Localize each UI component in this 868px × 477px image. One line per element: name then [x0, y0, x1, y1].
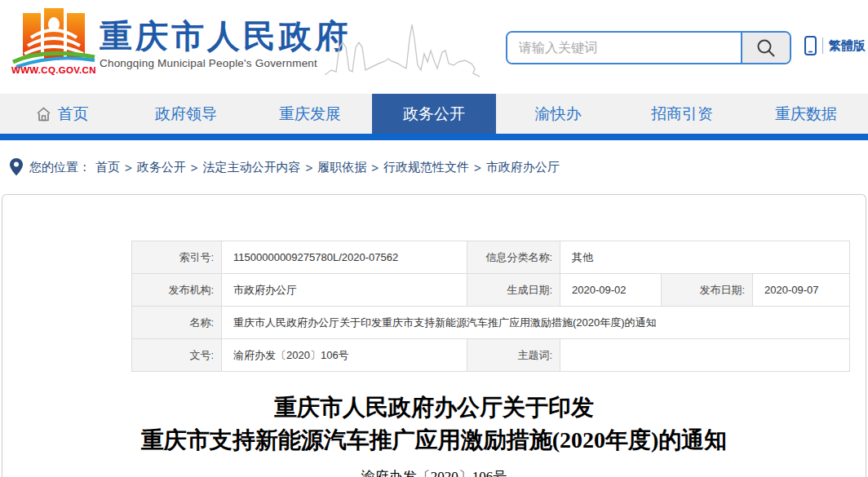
breadcrumb-item-gov-office[interactable]: 市政府办公厅: [486, 160, 560, 175]
document-title-line1: 重庆市人民政府办公厅关于印发: [2, 391, 866, 424]
keywords-label: 主题词:: [467, 339, 560, 372]
home-icon: [36, 107, 51, 121]
doc-name-label: 名称:: [132, 307, 222, 339]
publisher-label: 发布机构:: [132, 274, 222, 307]
nav-label: 渝快办: [535, 104, 582, 125]
table-row: 文号: 渝府办发〔2020〕106号 主题词:: [132, 339, 850, 372]
nav-item-chongqing-development[interactable]: 重庆发展: [248, 94, 372, 134]
document-meta-table: 索引号: 11500000009275780L/2020-07562 信息分类名…: [131, 241, 850, 372]
doc-number-value: 渝府办发〔2020〕106号: [222, 339, 467, 372]
site-title[interactable]: 重庆市人民政府: [100, 18, 351, 54]
breadcrumb-separator: >: [191, 161, 198, 174]
doc-number-label: 文号:: [132, 339, 222, 372]
divider: [822, 38, 823, 54]
breadcrumb-item-normative-docs[interactable]: 行政规范性文件: [383, 160, 469, 175]
breadcrumb-item-disclosure[interactable]: 政务公开: [137, 160, 186, 175]
category-label: 信息分类名称:: [467, 241, 560, 274]
table-row: 发布机构: 市政府办公厅 生成日期: 2020-09-02 发布日期: 2020…: [132, 274, 850, 307]
index-number-value: 11500000009275780L/2020-07562: [222, 241, 467, 274]
keywords-value: [560, 339, 850, 372]
search-icon: [755, 38, 777, 59]
nav-label: 重庆发展: [279, 104, 341, 125]
breadcrumb-separator: >: [474, 161, 481, 174]
category-value: 其他: [560, 241, 850, 274]
doc-name-value: 重庆市人民政府办公厅关于印发重庆市支持新能源汽车推广应用激励措施(2020年度)…: [222, 307, 850, 339]
create-date-value: 2020-09-02: [560, 274, 662, 307]
search-input[interactable]: [507, 33, 741, 63]
main-nav: 首页 政府领导 重庆发展 政务公开 渝快办 招商引资 重庆数据: [0, 94, 868, 134]
nav-accent-bar: [0, 134, 868, 140]
breadcrumb-item-home[interactable]: 首页: [95, 160, 120, 175]
content-card: 索引号: 11500000009275780L/2020-07562 信息分类名…: [2, 194, 866, 477]
mobile-icon[interactable]: [804, 36, 817, 55]
skyline-graphic: [325, 15, 480, 82]
breadcrumb-item-statutory-content[interactable]: 法定主动公开内容: [203, 160, 301, 175]
logo-site-url: WWW.CQ.GOV.CN: [11, 65, 101, 75]
nav-label: 首页: [58, 104, 89, 125]
language-block: 繁體版: [804, 36, 866, 55]
site-logo[interactable]: WWW.CQ.GOV.CN: [11, 7, 101, 75]
nav-item-yukuaiban[interactable]: 渝快办: [496, 94, 620, 134]
nav-item-investment[interactable]: 招商引资: [620, 94, 744, 134]
traditional-version-link[interactable]: 繁體版: [829, 38, 866, 54]
site-subtitle: Chongqing Municipal People's Government: [100, 57, 351, 69]
table-row: 名称: 重庆市人民政府办公厅关于印发重庆市支持新能源汽车推广应用激励措施(202…: [132, 307, 850, 339]
breadcrumb-separator: >: [371, 161, 379, 174]
nav-label: 政府领导: [155, 104, 217, 125]
search-button[interactable]: [741, 33, 790, 63]
breadcrumb-item-duty-basis[interactable]: 履职依据: [317, 160, 366, 175]
document-title-block: 重庆市人民政府办公厅关于印发 重庆市支持新能源汽车推广应用激励措施(2020年度…: [2, 391, 866, 477]
publisher-value: 市政府办公厅: [222, 274, 467, 307]
table-row: 索引号: 11500000009275780L/2020-07562 信息分类名…: [132, 241, 850, 274]
nav-item-gov-leaders[interactable]: 政府领导: [124, 94, 248, 134]
document-number: 渝府办发〔2020〕106号: [2, 467, 866, 477]
publish-date-value: 2020-09-07: [753, 274, 850, 307]
breadcrumb: 您的位置： 首页 > 政务公开 > 法定主动公开内容 > 履职依据 > 行政规范…: [0, 140, 868, 194]
page: WWW.CQ.GOV.CN 重庆市人民政府 Chongqing Municipa…: [0, 0, 868, 477]
breadcrumb-separator: >: [125, 161, 132, 174]
nav-label: 政务公开: [403, 104, 465, 125]
breadcrumb-prefix: 您的位置：: [29, 160, 91, 175]
create-date-label: 生成日期:: [467, 274, 560, 307]
nav-item-gov-info-disclosure[interactable]: 政务公开: [372, 94, 496, 134]
site-header: WWW.CQ.GOV.CN 重庆市人民政府 Chongqing Municipa…: [0, 0, 868, 94]
nav-item-home[interactable]: 首页: [0, 94, 124, 134]
breadcrumb-separator: >: [306, 161, 313, 174]
nav-label: 重庆数据: [775, 104, 837, 125]
publish-date-label: 发布日期:: [662, 274, 753, 307]
document-title-line2: 重庆市支持新能源汽车推广应用激励措施(2020年度)的通知: [2, 424, 866, 457]
search-box: [506, 31, 791, 64]
nav-label: 招商引资: [651, 104, 713, 125]
location-pin-icon: [10, 158, 23, 176]
nav-item-chongqing-data[interactable]: 重庆数据: [744, 94, 868, 134]
site-title-block: 重庆市人民政府 Chongqing Municipal People's Gov…: [100, 18, 351, 69]
index-number-label: 索引号:: [132, 241, 222, 274]
